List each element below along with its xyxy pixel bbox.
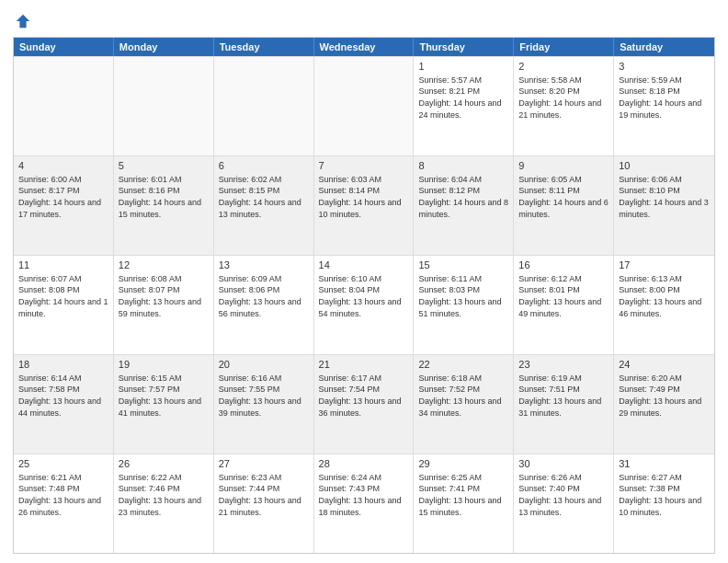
day-info: Sunrise: 6:12 AM Sunset: 8:01 PM Dayligh…: [518, 273, 609, 319]
calendar-cell: 31Sunrise: 6:27 AM Sunset: 7:38 PM Dayli…: [614, 454, 714, 553]
day-number: 30: [518, 457, 609, 471]
calendar-cell: 8Sunrise: 6:04 AM Sunset: 8:12 PM Daylig…: [414, 156, 514, 255]
day-info: Sunrise: 6:20 AM Sunset: 7:49 PM Dayligh…: [619, 373, 710, 419]
day-number: 6: [219, 159, 309, 173]
calendar-header-cell: Saturday: [614, 38, 714, 56]
day-number: 16: [518, 259, 609, 272]
calendar-row: 1Sunrise: 5:57 AM Sunset: 8:21 PM Daylig…: [14, 56, 714, 155]
calendar-cell: 26Sunrise: 6:22 AM Sunset: 7:46 PM Dayli…: [114, 454, 214, 553]
day-info: Sunrise: 6:07 AM Sunset: 8:08 PM Dayligh…: [18, 273, 108, 319]
day-info: Sunrise: 6:14 AM Sunset: 7:58 PM Dayligh…: [18, 373, 108, 419]
day-number: 10: [619, 159, 710, 173]
calendar-header-cell: Tuesday: [214, 38, 314, 56]
calendar-cell: 15Sunrise: 6:11 AM Sunset: 8:03 PM Dayli…: [414, 256, 514, 354]
calendar-cell: 24Sunrise: 6:20 AM Sunset: 7:49 PM Dayli…: [614, 355, 714, 454]
day-number: 23: [518, 358, 609, 372]
day-info: Sunrise: 6:04 AM Sunset: 8:12 PM Dayligh…: [418, 174, 508, 220]
calendar-cell: 6Sunrise: 6:02 AM Sunset: 8:15 PM Daylig…: [214, 156, 314, 255]
calendar-header-cell: Thursday: [414, 38, 514, 56]
calendar-row: 11Sunrise: 6:07 AM Sunset: 8:08 PM Dayli…: [14, 255, 714, 354]
day-number: 7: [319, 159, 409, 173]
day-number: 11: [18, 259, 108, 272]
calendar-cell: 4Sunrise: 6:00 AM Sunset: 8:17 PM Daylig…: [14, 156, 114, 255]
day-number: 31: [619, 457, 710, 471]
calendar-cell: 14Sunrise: 6:10 AM Sunset: 8:04 PM Dayli…: [314, 256, 415, 354]
day-number: 29: [418, 457, 508, 471]
day-info: Sunrise: 6:09 AM Sunset: 8:06 PM Dayligh…: [219, 273, 309, 319]
day-info: Sunrise: 6:05 AM Sunset: 8:11 PM Dayligh…: [518, 174, 609, 220]
calendar-cell: 23Sunrise: 6:19 AM Sunset: 7:51 PM Dayli…: [514, 355, 614, 454]
day-number: 18: [18, 358, 108, 372]
day-info: Sunrise: 6:02 AM Sunset: 8:15 PM Dayligh…: [219, 174, 309, 220]
day-info: Sunrise: 6:15 AM Sunset: 7:57 PM Dayligh…: [119, 373, 209, 419]
day-number: 13: [219, 259, 309, 272]
day-number: 22: [418, 358, 508, 372]
day-number: 15: [418, 259, 508, 272]
day-info: Sunrise: 6:17 AM Sunset: 7:54 PM Dayligh…: [319, 373, 409, 419]
calendar-cell: 28Sunrise: 6:24 AM Sunset: 7:43 PM Dayli…: [314, 454, 415, 553]
day-number: 1: [418, 60, 508, 74]
day-info: Sunrise: 6:16 AM Sunset: 7:55 PM Dayligh…: [219, 373, 309, 419]
calendar-cell: 29Sunrise: 6:25 AM Sunset: 7:41 PM Dayli…: [414, 454, 514, 553]
calendar-header-cell: Monday: [114, 38, 214, 56]
calendar-cell-empty: [14, 57, 114, 155]
day-number: 9: [518, 159, 609, 173]
calendar-cell-empty: [114, 57, 214, 155]
calendar-header-cell: Sunday: [14, 38, 114, 56]
day-info: Sunrise: 6:18 AM Sunset: 7:52 PM Dayligh…: [418, 373, 508, 419]
calendar-cell: 10Sunrise: 6:06 AM Sunset: 8:10 PM Dayli…: [614, 156, 714, 255]
day-info: Sunrise: 6:10 AM Sunset: 8:04 PM Dayligh…: [319, 273, 409, 319]
calendar-cell: 16Sunrise: 6:12 AM Sunset: 8:01 PM Dayli…: [514, 256, 614, 354]
day-info: Sunrise: 6:25 AM Sunset: 7:41 PM Dayligh…: [418, 472, 508, 518]
logo-icon: [15, 13, 31, 29]
calendar-cell: 11Sunrise: 6:07 AM Sunset: 8:08 PM Dayli…: [14, 256, 114, 354]
calendar-cell: 3Sunrise: 5:59 AM Sunset: 8:18 PM Daylig…: [614, 57, 714, 155]
logo-text: [13, 13, 31, 29]
calendar-cell: 18Sunrise: 6:14 AM Sunset: 7:58 PM Dayli…: [14, 355, 114, 454]
calendar: SundayMondayTuesdayWednesdayThursdayFrid…: [13, 37, 715, 554]
day-info: Sunrise: 6:21 AM Sunset: 7:48 PM Dayligh…: [18, 472, 108, 518]
calendar-row: 25Sunrise: 6:21 AM Sunset: 7:48 PM Dayli…: [14, 454, 714, 553]
calendar-cell: 25Sunrise: 6:21 AM Sunset: 7:48 PM Dayli…: [14, 454, 114, 553]
day-info: Sunrise: 6:11 AM Sunset: 8:03 PM Dayligh…: [418, 273, 508, 319]
day-info: Sunrise: 6:23 AM Sunset: 7:44 PM Dayligh…: [219, 472, 309, 518]
calendar-header: SundayMondayTuesdayWednesdayThursdayFrid…: [14, 38, 714, 56]
logo: [13, 9, 31, 29]
day-info: Sunrise: 6:27 AM Sunset: 7:38 PM Dayligh…: [619, 472, 710, 518]
calendar-cell: 22Sunrise: 6:18 AM Sunset: 7:52 PM Dayli…: [414, 355, 514, 454]
day-info: Sunrise: 6:24 AM Sunset: 7:43 PM Dayligh…: [319, 472, 409, 518]
day-info: Sunrise: 6:00 AM Sunset: 8:17 PM Dayligh…: [18, 174, 108, 220]
day-info: Sunrise: 6:03 AM Sunset: 8:14 PM Dayligh…: [319, 174, 409, 220]
day-number: 4: [18, 159, 108, 173]
day-number: 20: [219, 358, 309, 372]
day-info: Sunrise: 6:01 AM Sunset: 8:16 PM Dayligh…: [119, 174, 209, 220]
day-info: Sunrise: 5:59 AM Sunset: 8:18 PM Dayligh…: [619, 75, 710, 121]
day-info: Sunrise: 5:58 AM Sunset: 8:20 PM Dayligh…: [518, 75, 609, 121]
page: SundayMondayTuesdayWednesdayThursdayFrid…: [0, 0, 728, 563]
calendar-row: 18Sunrise: 6:14 AM Sunset: 7:58 PM Dayli…: [14, 354, 714, 454]
calendar-cell: 5Sunrise: 6:01 AM Sunset: 8:16 PM Daylig…: [114, 156, 214, 255]
day-info: Sunrise: 6:19 AM Sunset: 7:51 PM Dayligh…: [518, 373, 609, 419]
calendar-header-cell: Wednesday: [314, 38, 415, 56]
calendar-cell: 2Sunrise: 5:58 AM Sunset: 8:20 PM Daylig…: [514, 57, 614, 155]
day-number: 5: [119, 159, 209, 173]
calendar-cell: 13Sunrise: 6:09 AM Sunset: 8:06 PM Dayli…: [214, 256, 314, 354]
calendar-cell: 19Sunrise: 6:15 AM Sunset: 7:57 PM Dayli…: [114, 355, 214, 454]
day-number: 21: [319, 358, 409, 372]
header: [13, 9, 715, 29]
day-info: Sunrise: 5:57 AM Sunset: 8:21 PM Dayligh…: [418, 75, 508, 121]
calendar-cell: 12Sunrise: 6:08 AM Sunset: 8:07 PM Dayli…: [114, 256, 214, 354]
calendar-header-cell: Friday: [514, 38, 614, 56]
day-number: 12: [119, 259, 209, 272]
day-info: Sunrise: 6:22 AM Sunset: 7:46 PM Dayligh…: [119, 472, 209, 518]
day-number: 26: [119, 457, 209, 471]
day-info: Sunrise: 6:08 AM Sunset: 8:07 PM Dayligh…: [119, 273, 209, 319]
calendar-cell: 9Sunrise: 6:05 AM Sunset: 8:11 PM Daylig…: [514, 156, 614, 255]
day-number: 27: [219, 457, 309, 471]
day-number: 14: [319, 259, 409, 272]
calendar-cell: 30Sunrise: 6:26 AM Sunset: 7:40 PM Dayli…: [514, 454, 614, 553]
day-info: Sunrise: 6:26 AM Sunset: 7:40 PM Dayligh…: [518, 472, 609, 518]
day-number: 17: [619, 259, 710, 272]
day-info: Sunrise: 6:13 AM Sunset: 8:00 PM Dayligh…: [619, 273, 710, 319]
day-number: 24: [619, 358, 710, 372]
